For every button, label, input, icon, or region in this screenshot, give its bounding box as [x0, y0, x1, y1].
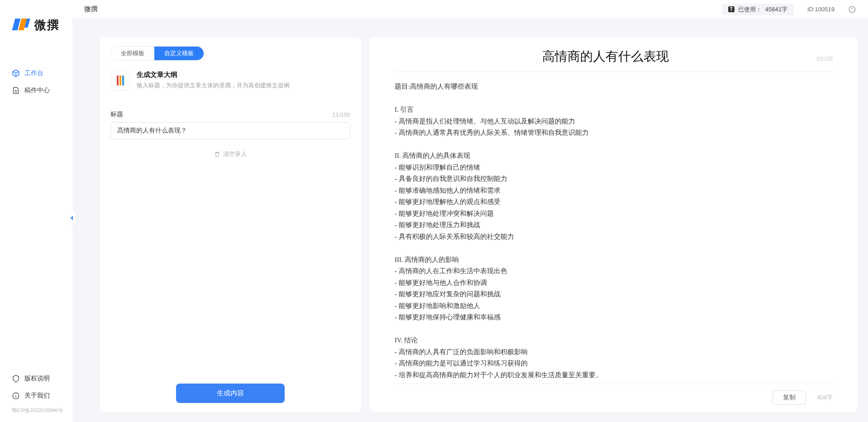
main-content: 全部模板 自定义模板 生成文章大纲 输入标题，为你提供文章主体的灵感，并为其创建…: [72, 19, 868, 422]
power-icon[interactable]: [848, 5, 856, 14]
usage-prefix: 已使用：: [738, 5, 762, 14]
template-card: 生成文章大纲 输入标题，为你提供文章主体的灵感，并为其创建推文提纲: [110, 71, 350, 90]
document-icon: [12, 86, 20, 95]
title-input[interactable]: [110, 122, 350, 139]
copy-button[interactable]: 复制: [773, 390, 806, 405]
nav-label: 工作台: [24, 69, 43, 77]
chevron-left-icon: [70, 215, 74, 221]
app-logo[interactable]: 微撰: [0, 8, 72, 47]
tab-custom-templates[interactable]: 自定义模板: [154, 47, 204, 60]
generate-button[interactable]: 生成内容: [176, 384, 285, 403]
usage-badge[interactable]: T 已使用： 45641字: [722, 4, 794, 15]
title-label: 标题: [110, 110, 123, 119]
input-panel: 全部模板 自定义模板 生成文章大纲 输入标题，为你提供文章主体的灵感，并为其创建…: [100, 37, 361, 412]
trash-icon: [214, 151, 220, 157]
output-panel: 高情商的人有什么表现 10/100 题目:高情商的人有哪些表现 I. 引言 - …: [369, 37, 858, 412]
icp-text: 鄂ICP备2022016946号: [0, 404, 72, 417]
output-body: 题目:高情商的人有哪些表现 I. 引言 - 高情商是指人们处理情绪、与他人互动以…: [395, 81, 833, 378]
info-icon: [12, 392, 20, 400]
nav-workbench[interactable]: 工作台: [0, 65, 72, 82]
nav-copyright[interactable]: 版权说明: [0, 370, 72, 387]
nav-label: 版权说明: [24, 375, 50, 383]
usage-value: 45641字: [765, 5, 787, 14]
logo-icon: [14, 19, 31, 32]
output-char-count: 404字: [817, 394, 833, 402]
template-tabs: 全部模板 自定义模板: [110, 46, 204, 61]
nav-label: 稿件中心: [24, 86, 50, 95]
clear-label: 清空录入: [223, 150, 247, 158]
template-thumb-icon: [110, 71, 130, 90]
sidebar: 微撰 工作台 稿件中心 版权说明 关于我们 鄂ICP备2022016946号: [0, 0, 72, 422]
template-title: 生成文章大纲: [137, 71, 350, 79]
sidebar-footer: 版权说明 关于我们 鄂ICP备2022016946号: [0, 370, 72, 422]
output-title-count: 10/100: [816, 56, 833, 62]
nav-drafts[interactable]: 稿件中心: [0, 82, 72, 99]
nav-about[interactable]: 关于我们: [0, 387, 72, 404]
logo-text: 微撰: [34, 17, 60, 33]
collapse-sidebar-button[interactable]: [68, 212, 76, 224]
nav-label: 关于我们: [24, 392, 50, 400]
shield-icon: [12, 375, 20, 383]
tab-all-templates[interactable]: 全部模板: [111, 47, 154, 60]
topbar: 微撰 T 已使用： 45641字 ID:100519: [72, 0, 868, 19]
cube-icon: [12, 69, 20, 77]
nav: 工作台 稿件中心: [0, 47, 72, 370]
t-icon: T: [728, 6, 734, 12]
title-char-count: 11/100: [332, 111, 350, 118]
clear-input-button[interactable]: 清空录入: [110, 150, 350, 158]
user-id: ID:100519: [807, 6, 835, 13]
output-title: 高情商的人有什么表现: [395, 48, 816, 65]
template-desc: 输入标题，为你提供文章主体的灵感，并为其创建推文提纲: [137, 82, 350, 90]
page-title: 微撰: [84, 5, 98, 14]
